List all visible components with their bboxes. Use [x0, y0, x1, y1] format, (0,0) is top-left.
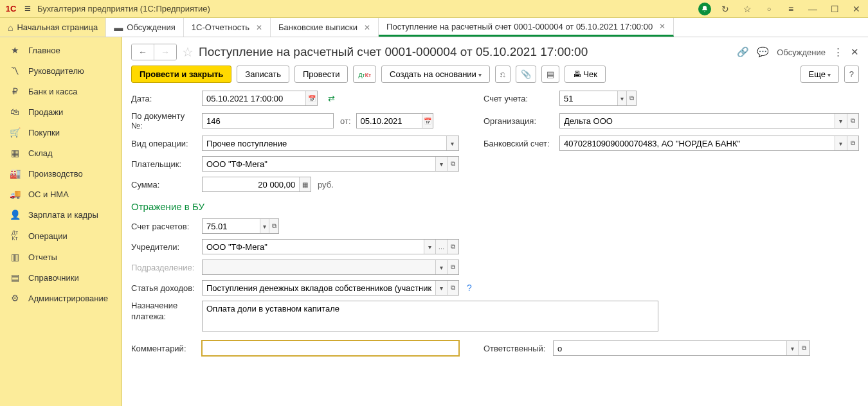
sidebar-item-manager[interactable]: 〽Руководителю: [0, 60, 122, 81]
close-button[interactable]: ✕: [849, 4, 864, 14]
history-icon[interactable]: ↻: [718, 4, 733, 14]
doc-num-input[interactable]: [203, 114, 333, 128]
tab-reporting[interactable]: 1С-Отчетность ✕: [184, 18, 271, 37]
sidebar-item-bank[interactable]: ₽Банк и касса: [0, 81, 122, 102]
doc-date-input[interactable]: [357, 114, 422, 128]
post-button[interactable]: Провести: [294, 66, 348, 83]
sidebar-item-warehouse[interactable]: ▦Склад: [0, 143, 122, 163]
favorite-star-icon[interactable]: ☆: [182, 44, 194, 60]
tab-bank-statements[interactable]: Банковские выписки ✕: [271, 18, 379, 37]
tab-label: Поступление на расчетный счет 0001-00000…: [386, 22, 653, 31]
income-item-input[interactable]: [203, 281, 435, 295]
sidebar-item-purchases[interactable]: 🛒Покупки: [0, 122, 122, 143]
back-button[interactable]: ←: [132, 44, 154, 60]
notifications-icon[interactable]: [698, 3, 711, 15]
services-icon[interactable]: ○: [761, 5, 777, 13]
open-icon[interactable]: ⧉: [626, 91, 636, 105]
tab-discussions[interactable]: ▬ Обсуждения: [106, 18, 184, 37]
factory-icon: 🏭: [9, 168, 21, 179]
discuss-label[interactable]: Обсуждение: [777, 48, 826, 57]
favorites-icon[interactable]: ☆: [739, 4, 755, 14]
close-icon[interactable]: ✕: [364, 23, 370, 32]
sidebar-item-operations[interactable]: ДтКтОперации: [0, 225, 122, 247]
tab-label: Банковские выписки: [278, 22, 357, 32]
dropdown-icon[interactable]: ▾: [786, 341, 798, 355]
open-icon[interactable]: ⧉: [447, 157, 458, 171]
tab-label: Начальная страница: [17, 22, 98, 32]
label-division: Подразделение:: [131, 263, 197, 272]
calendar-icon[interactable]: 📅: [422, 114, 433, 128]
dropdown-icon[interactable]: ▾: [435, 157, 447, 171]
minimize-button[interactable]: —: [805, 4, 820, 14]
section-bu-title: Отражение в БУ: [131, 201, 859, 212]
op-type-input[interactable]: [203, 136, 446, 150]
sidebar-item-reports[interactable]: ▥Отчеты: [0, 247, 122, 267]
maximize-button[interactable]: ☐: [827, 4, 842, 14]
sidebar-item-admin[interactable]: ⚙Администрирование: [0, 288, 122, 308]
sidebar-item-salary[interactable]: 👤Зарплата и кадры: [0, 204, 122, 225]
content-area: ← → ☆ Поступление на расчетный счет 0001…: [122, 37, 868, 406]
calculator-icon[interactable]: ▦: [299, 177, 311, 191]
more-button[interactable]: Еще: [800, 66, 839, 83]
sidebar-item-sales[interactable]: 🛍Продажи: [0, 102, 122, 122]
org-input[interactable]: [560, 114, 835, 128]
calendar-icon[interactable]: 📅: [305, 91, 317, 105]
post-and-close-button[interactable]: Провести и закрыть: [131, 66, 231, 83]
open-icon[interactable]: ⧉: [448, 240, 458, 254]
structure-button[interactable]: ⎌: [495, 66, 511, 83]
sidebar-item-main[interactable]: ★Главное: [0, 40, 122, 60]
open-icon[interactable]: ⧉: [269, 219, 278, 233]
close-doc-icon[interactable]: ✕: [851, 46, 859, 58]
help-button[interactable]: ?: [844, 66, 859, 83]
sidebar-item-production[interactable]: 🏭Производство: [0, 163, 122, 184]
save-button[interactable]: Записать: [237, 66, 289, 83]
tab-bar: ⌂ Начальная страница ▬ Обсуждения 1С-Отч…: [0, 18, 868, 37]
responsible-input[interactable]: [554, 341, 786, 355]
nav-button-group: ← →: [131, 44, 177, 60]
help-icon[interactable]: ?: [467, 283, 472, 293]
dropdown-icon[interactable]: ▾: [617, 91, 627, 105]
open-icon[interactable]: ⧉: [847, 136, 858, 150]
more-menu-icon[interactable]: ⋮: [833, 46, 843, 58]
settings-bars-icon[interactable]: ≡: [783, 4, 799, 14]
tab-document[interactable]: Поступление на расчетный счет 0001-00000…: [379, 18, 674, 37]
sidebar-item-references[interactable]: ▤Справочники: [0, 267, 122, 288]
dropdown-icon[interactable]: ▾: [424, 240, 435, 254]
comment-input[interactable]: [203, 341, 458, 355]
print-button[interactable]: ▤: [541, 66, 559, 83]
dropdown-icon[interactable]: ▾: [435, 281, 447, 295]
dropdown-icon[interactable]: ▾: [446, 136, 458, 150]
calc-acc-input[interactable]: [203, 219, 260, 233]
discuss-icon[interactable]: 💬: [757, 46, 769, 58]
cheque-button[interactable]: 🖶 Чек: [565, 66, 606, 83]
open-icon[interactable]: ⧉: [798, 341, 809, 355]
open-inline-icon[interactable]: ⇄: [328, 94, 335, 103]
menu-icon[interactable]: ≡: [24, 3, 31, 15]
tab-home[interactable]: ⌂ Начальная страница: [0, 18, 106, 37]
date-input[interactable]: [203, 91, 305, 105]
payer-input[interactable]: [203, 157, 435, 171]
close-icon[interactable]: ✕: [659, 22, 665, 31]
attachments-button[interactable]: 📎: [516, 66, 536, 83]
label-founders: Учредители:: [131, 242, 197, 252]
open-icon[interactable]: ⧉: [847, 114, 858, 128]
open-icon[interactable]: ⧉: [447, 281, 458, 295]
ellipsis-icon[interactable]: …: [435, 240, 448, 254]
document-title: Поступление на расчетный счет 0001-00000…: [199, 45, 732, 59]
sidebar-item-os-nma[interactable]: 🚚ОС и НМА: [0, 184, 122, 204]
account-input[interactable]: [560, 91, 617, 105]
sidebar: ★Главное 〽Руководителю ₽Банк и касса 🛍Пр…: [0, 37, 122, 406]
dropdown-icon[interactable]: ▾: [260, 219, 269, 233]
forward-button[interactable]: →: [154, 44, 176, 60]
create-based-button[interactable]: Создать на основании: [381, 66, 490, 83]
dropdown-icon[interactable]: ▾: [835, 114, 846, 128]
founders-input[interactable]: [203, 240, 424, 254]
link-icon[interactable]: 🔗: [737, 46, 749, 58]
close-icon[interactable]: ✕: [256, 23, 262, 32]
dtkt-button[interactable]: ДтКт: [353, 66, 376, 83]
purpose-textarea[interactable]: [203, 301, 658, 331]
dropdown-icon[interactable]: ▾: [835, 136, 846, 150]
bank-acc-input[interactable]: [560, 136, 835, 150]
person-icon: 👤: [9, 209, 21, 220]
sum-input[interactable]: [203, 177, 299, 191]
